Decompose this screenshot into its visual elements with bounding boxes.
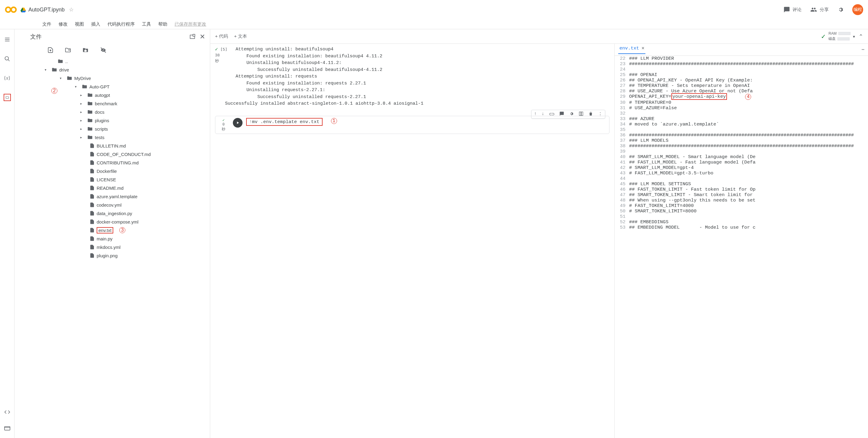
tree-row[interactable]: ▸benchmark	[14, 99, 210, 108]
tree-row[interactable]: azure.yaml.template	[14, 192, 210, 201]
menu-insert[interactable]: 插入	[91, 22, 100, 27]
tree-row[interactable]: codecov.yml	[14, 201, 210, 209]
editor-line[interactable]: 48## When using --gpt3only this needs to…	[615, 198, 868, 203]
run-button[interactable]	[233, 118, 243, 128]
editor-line[interactable]: 22### LLM PROVIDER	[615, 56, 868, 61]
tree-row[interactable]: BULLETIN.md	[14, 141, 210, 150]
files-icon[interactable]	[4, 94, 11, 101]
toc-icon[interactable]	[4, 36, 11, 43]
editor-line[interactable]: 32	[615, 111, 868, 116]
tree-row[interactable]: plugin.png	[14, 251, 210, 260]
tree-row[interactable]: Dockerfile	[14, 167, 210, 175]
menu-view[interactable]: 视图	[75, 22, 84, 27]
comment-label: 评论	[793, 7, 802, 13]
editor-line[interactable]: 38######################################…	[615, 143, 868, 149]
editor-line[interactable]: 24	[615, 67, 868, 72]
search-icon[interactable]	[4, 55, 11, 62]
avatar[interactable]: 编程	[852, 4, 863, 15]
editor-line[interactable]: 33### AZURE	[615, 116, 868, 122]
tree-row[interactable]: ▸scripts	[14, 125, 210, 133]
share-button[interactable]: 分享	[810, 6, 829, 13]
settings-button[interactable]	[837, 6, 844, 13]
editor-line[interactable]: 23######################################…	[615, 61, 868, 67]
close-tab-icon[interactable]: ✕	[642, 45, 644, 51]
tab-more-icon[interactable]: ⋯	[862, 47, 864, 53]
tree-row[interactable]: ▾drive	[14, 65, 210, 74]
editor-line[interactable]: 51	[615, 214, 868, 219]
editor-line[interactable]: 50# SMART_TOKEN_LIMIT=8000	[615, 208, 868, 214]
line-number: 22	[615, 56, 629, 61]
code-text[interactable]: mv .env.template env.txt	[252, 119, 319, 125]
notebook-title[interactable]: AutoGPT.ipynb	[28, 7, 65, 13]
dropdown-icon[interactable]: ▾	[853, 34, 855, 39]
editor-line[interactable]: 27## TEMPERATURE - Sets temperature in O…	[615, 83, 868, 89]
editor-line[interactable]: 25### OPENAI	[615, 72, 868, 77]
tree-row[interactable]: ▸docs	[14, 108, 210, 116]
code-icon[interactable]	[4, 408, 11, 416]
editor-line[interactable]: 40## SMART_LLM_MODEL - Smart language mo…	[615, 154, 868, 160]
editor-line[interactable]: 45### LLM MODEL SETTINGS	[615, 181, 868, 187]
editor-line[interactable]: 44	[615, 176, 868, 181]
comment-button[interactable]: 评论	[783, 6, 802, 13]
editor-line[interactable]: 31# USE_AZURE=False	[615, 105, 868, 111]
new-window-icon[interactable]	[189, 34, 195, 40]
tree-row[interactable]: ▸plugins	[14, 116, 210, 125]
resource-status[interactable]: ✓ RAM 磁盘 ▾	[821, 31, 855, 41]
line-number: 31	[615, 105, 629, 111]
hide-icon[interactable]	[100, 47, 107, 54]
exec-count: [5]	[220, 47, 227, 52]
menu-file[interactable]: 文件	[42, 22, 51, 27]
editor-line[interactable]: 49# FAST_TOKEN_LIMIT=4000	[615, 203, 868, 208]
editor-line[interactable]: 53## EMBEDDING MODEL - Model to use for …	[615, 225, 868, 230]
editor-line[interactable]: 43# FAST_LLM_MODEL=gpt-3.5-turbo	[615, 170, 868, 176]
mount-drive-icon[interactable]	[82, 47, 89, 54]
file-icon	[89, 219, 95, 225]
editor-line[interactable]: 29OPENAI_API_KEY=your-openai-api-key4	[615, 94, 868, 100]
editor-line[interactable]: 28## USE_AZURE - Use Azure OpenAI or not…	[615, 89, 868, 94]
variables-icon[interactable]: {x}	[4, 74, 11, 82]
editor-line[interactable]: 41## FAST_LLM_MODEL - Fast language mode…	[615, 160, 868, 165]
terminal-icon[interactable]	[4, 425, 11, 432]
editor-line[interactable]: 39	[615, 149, 868, 154]
editor-line[interactable]: 26## OPENAI_API_KEY - OpenAI API Key (Ex…	[615, 77, 868, 83]
editor-line[interactable]: 42# SMART_LLM_MODEL=gpt-4	[615, 165, 868, 170]
menu-tools[interactable]: 工具	[142, 22, 151, 27]
tree-row[interactable]: ▸tests	[14, 133, 210, 141]
star-icon[interactable]: ☆	[69, 6, 74, 13]
tree-row[interactable]: main.py	[14, 234, 210, 243]
tree-row[interactable]: CODE_OF_CONDUCT.md	[14, 150, 210, 158]
add-code-button[interactable]: + 代码	[215, 33, 228, 39]
menu-help[interactable]: 帮助	[158, 22, 167, 27]
tree-row[interactable]: ▸autogpt	[14, 91, 210, 99]
editor-tab[interactable]: env.txt ✕	[618, 45, 645, 54]
tree-row[interactable]: docker-compose.yml	[14, 217, 210, 226]
tree-row[interactable]: CONTRIBUTING.md	[14, 158, 210, 167]
tree-row[interactable]: ▾MyDrive	[14, 74, 210, 82]
editor-line[interactable]: 30# TEMPERATURE=0	[615, 100, 868, 105]
tree-row[interactable]: README.md	[14, 184, 210, 192]
upload-icon[interactable]	[47, 47, 54, 54]
close-icon[interactable]: ✕	[199, 33, 205, 41]
editor-line[interactable]: 46## FAST_TOKEN_LIMIT - Fast token limit…	[615, 187, 868, 192]
tree-row[interactable]: ..	[14, 57, 210, 65]
editor-line[interactable]: 37### LLM MODELS	[615, 138, 868, 143]
editor-line[interactable]: 52### EMBEDDINGS	[615, 219, 868, 225]
menu-runtime[interactable]: 代码执行程序	[107, 22, 135, 27]
tree-label: plugins	[95, 118, 109, 123]
editor-line[interactable]: 47## SMART_TOKEN_LIMIT - Smart token lim…	[615, 192, 868, 198]
editor-line[interactable]: 34# moved to `azure.yaml.template`	[615, 122, 868, 127]
tree-row[interactable]: mkdocs.yml	[14, 243, 210, 251]
output-line: Uninstalling beautifulsoup4-4.11.2:	[236, 60, 424, 67]
menu-edit[interactable]: 修改	[59, 22, 68, 27]
editor-line[interactable]: 35	[615, 127, 868, 132]
tree-row[interactable]: env.txt3	[14, 226, 210, 234]
code-cell[interactable]: ✓ 0 秒 !mv .env.template env.txt 1	[215, 116, 610, 134]
refresh-icon[interactable]	[65, 47, 71, 54]
tree-row[interactable]: LICENSE	[14, 175, 210, 184]
editor-body[interactable]: 22### LLM PROVIDER23####################…	[615, 56, 868, 438]
add-text-button[interactable]: + 文本	[234, 33, 247, 39]
tree-row[interactable]: data_ingestion.py	[14, 209, 210, 217]
collapse-icon[interactable]: ⌃	[859, 33, 863, 40]
tree-row[interactable]: ▾Auto-GPT	[14, 82, 210, 91]
editor-line[interactable]: 36######################################…	[615, 132, 868, 138]
